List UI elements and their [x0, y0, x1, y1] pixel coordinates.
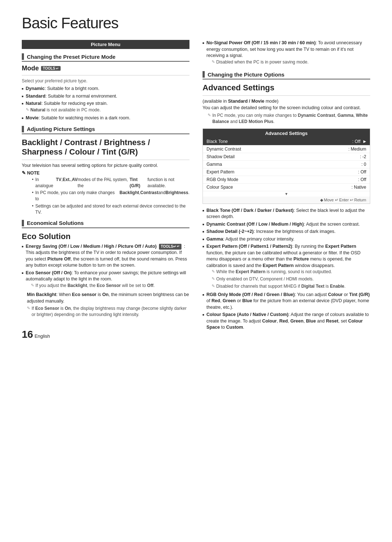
- page-language: English: [34, 333, 50, 339]
- adv-row-gamma: Gamma : 0: [203, 161, 370, 168]
- section-bar-indicator-3: [22, 220, 24, 226]
- note-item-2: In PC mode, you can only make changes to…: [32, 190, 189, 202]
- adv-settings-table: Advanced Settings Black Tone : Off ▶ Dyn…: [203, 128, 370, 204]
- tools-badge: TOOLS: [41, 66, 61, 71]
- section-bar-indicator: [22, 53, 24, 60]
- min-backlight-text: Min Backlight: When Eco sensor is On, th…: [27, 292, 189, 304]
- page-number-container: 16English: [22, 329, 189, 340]
- list-item: Movie: Suitable for watching movies in a…: [22, 115, 189, 122]
- detail-gamma: Gamma: Adjust the primary colour intensi…: [203, 236, 370, 243]
- mode-section: Mode TOOLS: [22, 65, 189, 72]
- backlight-divider: [22, 160, 189, 160]
- adv-row-name: Dynamic Contrast: [207, 147, 241, 152]
- list-item-eco-sensor: Eco Sensor (Off / On): To enhance your p…: [22, 270, 189, 290]
- backlight-title: Backlight / Contrast / Brightness / Shar…: [22, 138, 189, 157]
- backlight-desc: Your television has several setting opti…: [22, 163, 189, 168]
- adv-row-black-tone: Black Tone : Off ▶: [203, 138, 370, 145]
- section-bar-indicator-2: [22, 126, 24, 132]
- scroll-indicator: ▼: [203, 191, 370, 197]
- eco-list: Energy Saving (Off / Low / Medium / High…: [22, 243, 189, 290]
- section-bar-preset-mode: Changing the Preset Picture Mode: [22, 53, 189, 62]
- adv-row-expert-pattern: Expert Pattern : Off: [203, 168, 370, 176]
- list-item-energy: Energy Saving (Off / Low / Medium / High…: [22, 243, 189, 269]
- adv-row-dynamic-contrast: Dynamic Contrast : Medium: [203, 145, 370, 153]
- adv-row-value: : Medium: [348, 147, 366, 152]
- left-column: Picture Menu Changing the Preset Picture…: [22, 40, 189, 340]
- detail-dynamic-contrast: Dynamic Contrast (Off / Low / Medium / H…: [203, 221, 370, 228]
- adv-row-name: Black Tone: [207, 139, 228, 144]
- mode-divider: [22, 75, 189, 75]
- eco-solution-title: Eco Solution: [22, 232, 189, 241]
- section-bar-title-picture-options: Changing the Picture Options: [208, 71, 285, 78]
- adv-row-value: : 0: [362, 162, 366, 167]
- picture-menu-header: Picture Menu: [22, 40, 189, 49]
- adv-row-name: Colour Space: [207, 185, 233, 190]
- adv-row-value: : -2: [360, 154, 366, 159]
- section-bar-title-eco: Economical Solutions: [27, 220, 84, 226]
- mode-list: Dynamic: Suitable for a bright room. Sta…: [22, 86, 189, 122]
- adv-divider: [203, 95, 370, 96]
- no-signal-list: No-Signal Power Off (Off / 15 min / 30 m…: [203, 40, 370, 66]
- adv-row-name: Expert Pattern: [207, 169, 234, 174]
- page-title: Basic Features: [22, 15, 370, 32]
- note-item-1: In analogue TV, Ext., AV modes of the PA…: [32, 177, 189, 189]
- adv-desc: You can adjust the detailed setting for …: [203, 105, 370, 110]
- section-bar-picture-options: Changing the Picture Options: [203, 71, 370, 79]
- adv-row-value: : Off: [358, 169, 366, 174]
- list-item: Standard: Suitable for a normal environm…: [22, 93, 189, 100]
- adv-row-value: : Native: [351, 185, 366, 190]
- mode-label: Mode: [22, 65, 39, 72]
- mode-description: Select your preferred picture type.: [22, 78, 189, 83]
- section-bar-adjust: Adjusting Picture Settings: [22, 126, 189, 134]
- tools-badge-energy: TOOLS↵: [159, 244, 181, 250]
- detail-rgb-only: RGB Only Mode (Off / Red / Green / Blue)…: [203, 292, 370, 311]
- adv-row-name: Shadow Detail: [207, 154, 234, 159]
- adv-row-colour-space: Colour Space : Native: [203, 184, 370, 191]
- note-item-3: Settings can be adjusted and stored for …: [32, 203, 189, 215]
- adv-table-header: Advanced Settings: [203, 129, 370, 138]
- adv-avail: (available in Standard / Movie mode): [203, 99, 370, 104]
- list-item-no-signal: No-Signal Power Off (Off / 15 min / 30 m…: [203, 40, 370, 66]
- adv-settings-title: Advanced Settings: [203, 83, 370, 93]
- adv-table-footer: ◆ Move ↵ Enter ↩ Return: [203, 197, 370, 204]
- detail-black-tone: Black Tone (Off / Dark / Darker / Darkes…: [203, 208, 370, 220]
- detail-bullets: Black Tone (Off / Dark / Darker / Darkes…: [203, 208, 370, 331]
- detail-colour-space: Colour Space (Auto / Native / Custom): A…: [203, 312, 370, 331]
- list-item: Dynamic: Suitable for a bright room.: [22, 86, 189, 92]
- note-block: ✎ NOTE In analogue TV, Ext., AV modes of…: [22, 170, 189, 215]
- adv-row-value: : Off ▶: [352, 139, 366, 144]
- section-bar-title-preset: Changing the Preset Picture Mode: [27, 54, 115, 60]
- list-item: Natural: Suitable for reducing eye strai…: [22, 100, 189, 114]
- eco-sensor-note: ✎ If Eco Sensor is On, the display brigh…: [27, 305, 189, 318]
- right-column: No-Signal Power Off (Off / 15 min / 30 m…: [203, 40, 370, 340]
- note-header: ✎ NOTE: [22, 170, 189, 176]
- adv-row-name: RGB Only Mode: [207, 177, 238, 182]
- main-content: Picture Menu Changing the Preset Picture…: [22, 40, 370, 340]
- detail-expert-pattern: Expert Pattern (Off / Pattern1 / Pattern…: [203, 243, 370, 290]
- adv-row-shadow-detail: Shadow Detail : -2: [203, 153, 370, 161]
- page-number: 16: [22, 329, 33, 340]
- detail-shadow-detail: Shadow Detail (-2~+2): Increase the brig…: [203, 229, 370, 235]
- adv-row-rgb-only: RGB Only Mode : Off: [203, 176, 370, 184]
- adv-row-value: : Off: [358, 177, 366, 182]
- adv-row-name: Gamma: [207, 162, 222, 167]
- pc-mode-note: ✎ In PC mode, you can only make changes …: [208, 112, 370, 125]
- section-bar-title-adjust: Adjusting Picture Settings: [27, 126, 95, 132]
- section-bar-indicator-4: [203, 71, 205, 78]
- section-bar-eco: Economical Solutions: [22, 220, 189, 228]
